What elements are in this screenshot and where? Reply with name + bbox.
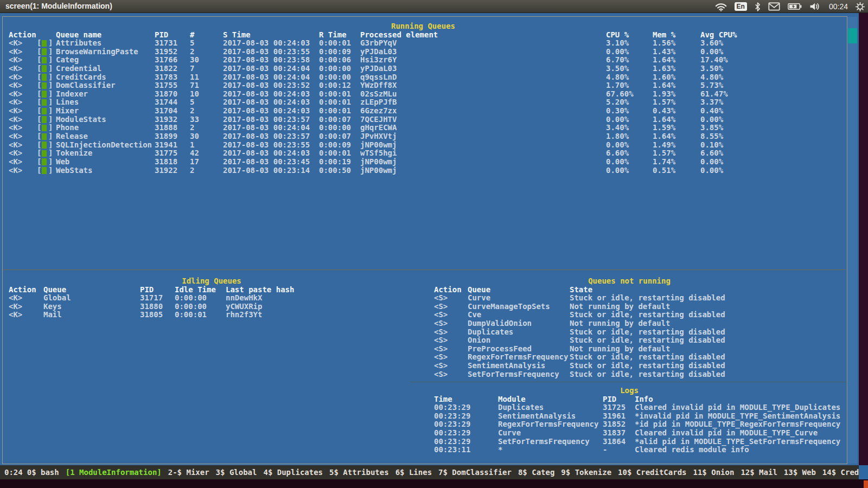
- queue-name: SetForTermsFrequency: [468, 370, 559, 379]
- queue-name: Duplicates: [468, 328, 513, 337]
- wifi-icon[interactable]: [715, 2, 727, 11]
- activity-bar: [42, 142, 47, 149]
- processed-element: jNP00wmj: [360, 141, 397, 150]
- action-kill: <K>: [9, 39, 22, 48]
- queue-run-time: 0:00:50: [319, 166, 351, 175]
- not-running-queue-row: <S> CurveManageTopSets Not running by de…: [0, 303, 859, 311]
- log-row: 00:23:29 SentimentAnalysis 31961 *invali…: [0, 412, 859, 421]
- log-row: 00:23:29 SetForTermsFrequency 31864 *ali…: [0, 438, 859, 446]
- bracket-open: [: [37, 115, 41, 124]
- queue-name: DumpValidOnion: [468, 319, 532, 328]
- terminal-window[interactable]: Running Queues Action Queue name PID # S…: [0, 13, 859, 465]
- log-info: *id pid in MODULE_TYPE_RegexForTermsFreq…: [635, 420, 840, 429]
- mem-percent: 1.64%: [653, 81, 675, 90]
- queue-name: Attributes: [56, 39, 101, 48]
- running-queue-row: <K> [ ] Phone 31888 2 2017-08-03 00:24:0…: [0, 124, 859, 132]
- bottom-desktop-strip: [0, 479, 868, 488]
- window-tab-label: 11$ Onion: [693, 468, 735, 477]
- processed-element: G3rbPYqV: [360, 39, 397, 48]
- window-tab-label: 6$ Lines: [395, 468, 432, 477]
- avg-cpu-percent: 4.80%: [700, 73, 723, 82]
- queue-pid: 31731: [155, 39, 177, 48]
- bracket-open: [: [37, 48, 41, 56]
- log-time: 00:23:29: [434, 438, 470, 446]
- queue-run-time: 0:00:01: [319, 98, 351, 107]
- queue-count: 5: [190, 39, 194, 48]
- clock-indicator[interactable]: 00:24: [829, 2, 848, 11]
- queue-count: 2: [190, 166, 194, 175]
- header-avg-cpu: Avg CPU%: [700, 30, 737, 39]
- volume-icon[interactable]: [809, 2, 821, 11]
- queue-run-time: 0:00:00: [319, 65, 351, 73]
- log-time: 00:23:29: [434, 412, 470, 421]
- activity-bar: [42, 82, 47, 89]
- action-start: <S>: [434, 311, 448, 319]
- action-start: <S>: [434, 362, 448, 370]
- window-tab-label: 3$ Global: [216, 468, 257, 477]
- queue-start-time: 2017-08-03 00:24:04: [223, 124, 310, 132]
- avg-cpu-percent: 5.73%: [700, 81, 723, 90]
- queue-count: 2: [190, 107, 194, 115]
- avg-cpu-percent: 3.85%: [700, 124, 723, 132]
- action-start: <S>: [434, 345, 448, 354]
- mem-percent: 1.63%: [653, 65, 675, 73]
- log-time: 00:23:29: [434, 429, 470, 438]
- log-row: 00:23:29 RegexForTermsFrequency 31852 *i…: [0, 420, 859, 429]
- session-gear-icon[interactable]: [856, 2, 865, 11]
- queue-run-time: 0:00:01: [319, 90, 351, 99]
- bluetooth-icon[interactable]: [755, 2, 761, 11]
- queue-name: DomClassifier: [56, 81, 116, 90]
- battery-icon[interactable]: [788, 3, 802, 10]
- activity-bar: [42, 158, 47, 165]
- action-kill: <K>: [9, 73, 22, 82]
- processed-element: zLEpPJfB: [360, 98, 397, 107]
- status-bar-item: 3$ Global: [216, 465, 257, 479]
- window-titlebar[interactable]: screen(1: ModuleInformation) En: [0, 0, 868, 13]
- cpu-percent: 0.30%: [606, 107, 629, 115]
- processed-element: q9qssLnD: [360, 73, 397, 82]
- logs-title: Logs: [412, 386, 846, 395]
- header-time: Time: [434, 395, 452, 403]
- avg-cpu-percent: 0.00%: [700, 166, 723, 175]
- queue-state: Not running by default: [570, 345, 670, 354]
- queue-count: 7: [190, 65, 194, 73]
- keyboard-layout-indicator[interactable]: En: [735, 2, 747, 11]
- queue-pid: 31704: [155, 107, 177, 115]
- bracket-open: [: [37, 124, 41, 132]
- queue-state: Stuck or idle, restarting disabled: [570, 370, 725, 379]
- processed-element: jNP00wmj: [360, 158, 397, 166]
- status-bar-item: 5$ Attributes: [329, 465, 389, 479]
- cpu-percent: 5.20%: [606, 98, 629, 107]
- bracket-close: ]: [48, 107, 53, 115]
- queue-count: 71: [190, 81, 199, 90]
- scrollbar-thumb[interactable]: [848, 28, 857, 43]
- queue-start-time: 2017-08-03 00:23:45: [223, 158, 310, 166]
- log-info: *alid pid in MODULE_TYPE_SetForTermsFreq…: [635, 438, 840, 446]
- bracket-open: [: [37, 81, 41, 90]
- queue-pid: 31888: [155, 124, 177, 132]
- queue-pid: 31932: [155, 115, 177, 124]
- processed-element: yPJDaL03: [360, 48, 397, 56]
- queue-pid: 31922: [155, 166, 177, 175]
- processed-element: yPJDaL03: [360, 65, 397, 73]
- action-start: <S>: [434, 319, 448, 328]
- mail-icon[interactable]: [768, 2, 780, 11]
- queue-run-time: 0:00:09: [319, 48, 351, 56]
- not-running-queue-row: <S> Curve Stuck or idle, restarting disa…: [0, 294, 859, 303]
- window-tab-label: 13$ Web: [784, 468, 816, 477]
- queue-name: Curve: [468, 294, 490, 303]
- cpu-percent: 1.80%: [606, 132, 629, 141]
- queue-state: Stuck or idle, restarting disabled: [570, 294, 725, 303]
- status-bar-item: 0$ bash: [27, 465, 59, 479]
- log-module: Curve: [498, 429, 521, 438]
- queue-name: Onion: [468, 336, 490, 345]
- scrollbar[interactable]: [848, 17, 857, 464]
- queue-state: Stuck or idle, restarting disabled: [570, 336, 725, 345]
- mem-percent: 1.43%: [653, 48, 675, 56]
- activity-bar: [42, 108, 47, 115]
- queue-state: Not running by default: [570, 303, 670, 311]
- log-row: 00:23:29 Duplicates 31725 Cleared invali…: [0, 403, 859, 412]
- bottom-corner-accent: [864, 480, 868, 488]
- log-pid: 31864: [603, 438, 626, 446]
- cpu-percent: 1.70%: [606, 81, 629, 90]
